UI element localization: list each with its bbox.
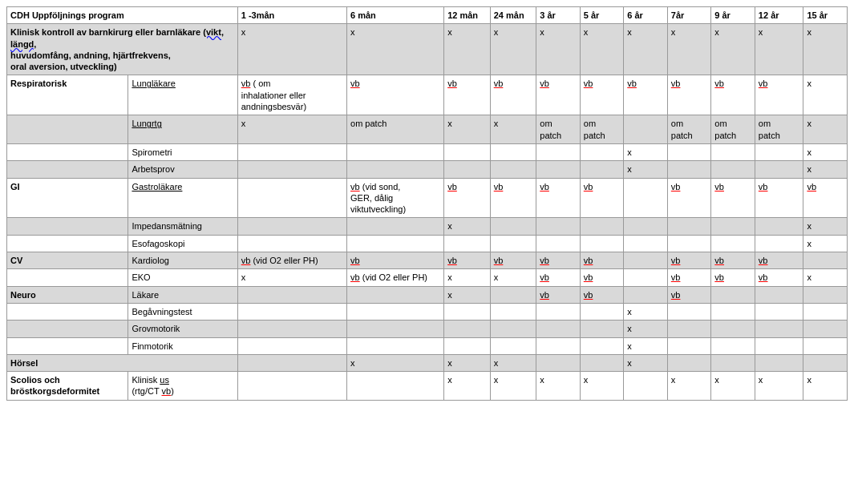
col-header-6ar: 6 år — [624, 7, 668, 24]
klinisk-3ar: x — [536, 24, 581, 75]
resp-spirometri-12ar — [755, 143, 803, 160]
cv-eko-row: EKO x vb (vid O2 eller PH) x x vb vb vb … — [7, 269, 848, 286]
neuro-grovmotorik-7ar — [667, 321, 711, 337]
neuro-begavning-15ar — [803, 303, 848, 320]
neuro-lakare-row: Neuro Läkare x vb vb vb — [7, 286, 848, 303]
neuro-grovmotorik-6m — [347, 321, 444, 337]
resp-spirometri-6ar: x — [624, 143, 668, 160]
col-header-1-3m: 1 -3mån — [237, 7, 346, 24]
neuro-begavning-12ar — [755, 303, 803, 320]
horsel-5ar — [580, 354, 624, 371]
cv-kardiolog-7ar: vb — [667, 252, 711, 269]
resp-spirometri-sub: Spirometri — [128, 143, 237, 160]
gi-gastrolakare-24m: vb — [490, 178, 536, 218]
cv-eko-24m: x — [490, 269, 536, 286]
cv-eko-12ar: vb — [755, 269, 803, 286]
horsel-12m: x — [444, 354, 491, 371]
skolios-24m: x — [490, 372, 536, 401]
gi-gastrolakare-15ar: vb — [803, 178, 848, 218]
gi-impedans-5ar — [580, 218, 624, 235]
cv-kardiolog-15ar — [803, 252, 848, 269]
skolios-sub: Klinisk us (rtg/CT vb) — [128, 372, 237, 401]
klinisk-6ar: x — [624, 24, 668, 75]
resp-lungrtg-3ar: ompatch — [536, 115, 581, 144]
skolios-9ar: x — [711, 372, 755, 401]
resp-spirometri-empty — [7, 143, 128, 160]
neuro-begavning-9ar — [711, 303, 755, 320]
resp-lunglakare-12ar: vb — [755, 75, 803, 115]
resp-arbetsprov-row: Arbetsprov x x — [7, 161, 848, 178]
resp-arbetsprov-12ar — [755, 161, 803, 178]
neuro-finmotorik-1-3m — [237, 337, 346, 354]
resp-spirometri-5ar — [580, 143, 624, 160]
resp-arbetsprov-1-3m — [237, 161, 346, 178]
neuro-begavning-12m — [444, 303, 491, 320]
skolios-12m: x — [444, 372, 491, 401]
neuro-begavning-1-3m — [237, 303, 346, 320]
gi-esofagoskopi-6m — [347, 235, 444, 252]
resp-arbetsprov-3ar — [536, 161, 581, 178]
cv-kardiolog-24m: vb — [490, 252, 536, 269]
neuro-grovmotorik-3ar — [536, 321, 581, 337]
resp-arbetsprov-7ar — [667, 161, 711, 178]
resp-arbetsprov-sub: Arbetsprov — [128, 161, 237, 178]
neuro-finmotorik-6m — [347, 337, 444, 354]
resp-spirometri-1-3m — [237, 143, 346, 160]
gi-esofagoskopi-6ar — [624, 235, 668, 252]
cv-kardiolog-5ar: vb — [580, 252, 624, 269]
gi-impedans-sub: Impedansmätning — [128, 218, 237, 235]
gi-gastrolakare-12m: vb — [444, 178, 491, 218]
resp-lunglakare-7ar: vb — [667, 75, 711, 115]
neuro-finmotorik-24m — [490, 337, 536, 354]
resp-lunglakare-15ar: x — [803, 75, 848, 115]
skolios-5ar: x — [580, 372, 624, 401]
gi-esofagoskopi-24m — [490, 235, 536, 252]
horsel-7ar — [667, 354, 711, 371]
resp-spirometri-7ar — [667, 143, 711, 160]
gi-impedans-12ar — [755, 218, 803, 235]
neuro-begavning-5ar — [580, 303, 624, 320]
neuro-grovmotorik-empty — [7, 321, 128, 337]
neuro-finmotorik-row: Finmotorik x — [7, 337, 848, 354]
gi-esofagoskopi-12ar — [755, 235, 803, 252]
neuro-grovmotorik-15ar — [803, 321, 848, 337]
col-header-3ar: 3 år — [536, 7, 581, 24]
gi-esofagoskopi-12m — [444, 235, 491, 252]
gi-esofagoskopi-empty — [7, 235, 128, 252]
resp-spirometri-9ar — [711, 143, 755, 160]
gi-esofagoskopi-row: Esofagoskopi x — [7, 235, 848, 252]
horsel-6ar: x — [624, 354, 668, 371]
cv-eko-6ar — [624, 269, 668, 286]
neuro-lakare-3ar: vb — [536, 286, 581, 303]
resp-lungrtg-empty — [7, 115, 128, 144]
cv-eko-12m: x — [444, 269, 491, 286]
neuro-grovmotorik-12m — [444, 321, 491, 337]
horsel-1-3m — [237, 354, 346, 371]
resp-lungrtg-15ar: x — [803, 115, 848, 144]
resp-spirometri-row: Spirometri x x — [7, 143, 848, 160]
resp-arbetsprov-5ar — [580, 161, 624, 178]
gi-impedans-15ar: x — [803, 218, 848, 235]
neuro-finmotorik-9ar — [711, 337, 755, 354]
resp-lunglakare-sub: Lungläkare — [128, 75, 237, 115]
neuro-finmotorik-empty — [7, 337, 128, 354]
cv-eko-empty — [7, 269, 128, 286]
klinisk-15ar: x — [803, 24, 848, 75]
klinisk-12m: x — [444, 24, 491, 75]
gi-gastrolakare-9ar: vb — [711, 178, 755, 218]
resp-lungrtg-24m: x — [490, 115, 536, 144]
resp-lunglakare-1-3m: vb ( ominhalationer ellerandningsbesvär) — [237, 75, 346, 115]
neuro-lakare-sub: Läkare — [128, 286, 237, 303]
resp-arbetsprov-15ar: x — [803, 161, 848, 178]
horsel-row: Hörsel x x x x — [7, 354, 848, 371]
neuro-lakare-1-3m — [237, 286, 346, 303]
neuro-label: Neuro — [7, 286, 128, 303]
cv-eko-sub: EKO — [128, 269, 237, 286]
neuro-finmotorik-5ar — [580, 337, 624, 354]
neuro-lakare-6m — [347, 286, 444, 303]
resp-lunglakare-6ar: vb — [624, 75, 668, 115]
col-header-9ar: 9 år — [711, 7, 755, 24]
neuro-lakare-24m — [490, 286, 536, 303]
skolios-1-3m — [237, 372, 346, 401]
header-row: CDH Uppföljnings program 1 -3mån 6 mån 1… — [7, 7, 848, 24]
